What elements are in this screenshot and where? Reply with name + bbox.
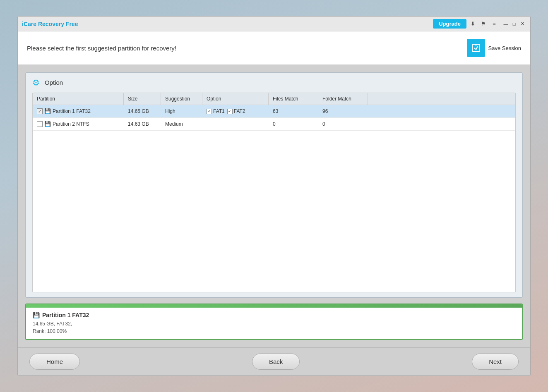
- option-panel: ⚙ Option Partition Size Suggestion Optio…: [25, 72, 523, 298]
- app-window: iCare Recovery Free Upgrade ⬇ ⚑ ≡ — □ ✕ …: [17, 16, 531, 376]
- row2-extra: [368, 118, 515, 130]
- row1-folder-match: 96: [318, 105, 368, 117]
- suggestion-icon: 💾: [33, 312, 40, 318]
- row2-name: Partition 2 NTFS: [53, 121, 89, 127]
- fat1-checkbox[interactable]: FAT1: [207, 108, 225, 114]
- suggestion-name: 💾 Partition 1 FAT32: [33, 312, 515, 318]
- suggestion-details-line2: Rank: 100.00%: [33, 327, 515, 335]
- col-files-match: Files Match: [269, 93, 318, 105]
- row1-size: 14.65 GB: [124, 105, 161, 117]
- title-bar: iCare Recovery Free Upgrade ⬇ ⚑ ≡ — □ ✕: [18, 17, 530, 31]
- row2-folder-match: 0: [318, 118, 368, 130]
- fat2-label: FAT2: [234, 108, 245, 114]
- fat2-cb-box[interactable]: [227, 109, 233, 114]
- option-title: Option: [45, 79, 63, 86]
- row2-suggestion: Medium: [161, 118, 202, 130]
- table-body: 💾 Partition 1 FAT32 14.65 GB High FAT1: [33, 105, 515, 131]
- row1-checkbox[interactable]: [37, 108, 43, 114]
- col-extra: [368, 93, 515, 105]
- suggestion-panel: 💾 Partition 1 FAT32 14.65 GB, FAT32, Ran…: [25, 304, 523, 340]
- suggestion-details-line1: 14.65 GB, FAT32,: [33, 320, 515, 327]
- col-size: Size: [124, 93, 161, 105]
- bottom-bar: Home Back Next: [18, 347, 530, 375]
- suggestion-progress-bar: [26, 304, 522, 308]
- fat1-cb-box[interactable]: [207, 109, 212, 114]
- row2-partition: 💾 Partition 2 NTFS: [33, 118, 124, 130]
- fat2-checkbox[interactable]: FAT2: [227, 108, 245, 114]
- col-folder-match: Folder Match: [318, 93, 368, 105]
- fat1-label: FAT1: [213, 108, 225, 114]
- upgrade-button[interactable]: Upgrade: [433, 19, 466, 29]
- save-session-icon: [467, 39, 485, 57]
- row2-checkbox[interactable]: [37, 121, 43, 127]
- header-section: Please select the first suggested partit…: [18, 31, 530, 65]
- row2-option: [202, 118, 269, 130]
- save-session-button[interactable]: Save Session: [467, 39, 522, 57]
- partition-table: Partition Size Suggestion Option Files M…: [32, 93, 516, 292]
- partition-icon: 💾: [44, 108, 51, 115]
- row1-files-match: 63: [269, 105, 318, 117]
- save-session-label: Save Session: [488, 45, 522, 51]
- window-controls: — □ ✕: [502, 20, 526, 28]
- flag-icon[interactable]: ⚑: [479, 19, 488, 29]
- row2-size: 14.63 GB: [124, 118, 161, 130]
- col-option: Option: [202, 93, 269, 105]
- col-partition: Partition: [33, 93, 124, 105]
- next-button[interactable]: Next: [472, 354, 519, 370]
- menu-icon[interactable]: ≡: [490, 19, 499, 29]
- row1-suggestion: High: [161, 105, 202, 117]
- col-suggestion: Suggestion: [161, 93, 202, 105]
- instruction-text: Please select the first suggested partit…: [27, 45, 176, 52]
- suggestion-details: 14.65 GB, FAT32, Rank: 100.00%: [33, 320, 515, 335]
- partition-icon-2: 💾: [44, 121, 51, 127]
- table-header: Partition Size Suggestion Option Files M…: [33, 93, 515, 105]
- suggestion-content: 💾 Partition 1 FAT32 14.65 GB, FAT32, Ran…: [26, 308, 522, 339]
- content-area: ⚙ Option Partition Size Suggestion Optio…: [18, 65, 530, 347]
- app-title: iCare Recovery Free: [22, 21, 433, 27]
- row1-name: Partition 1 FAT32: [53, 108, 91, 114]
- suggestion-name-text: Partition 1 FAT32: [42, 312, 89, 318]
- row1-partition: 💾 Partition 1 FAT32: [33, 105, 124, 117]
- gear-icon: ⚙: [32, 78, 41, 87]
- close-button[interactable]: ✕: [519, 20, 526, 28]
- option-header: ⚙ Option: [32, 78, 516, 87]
- minimize-button[interactable]: —: [502, 20, 510, 28]
- row1-option: FAT1 FAT2: [202, 105, 269, 117]
- fat-checkbox-group: FAT1 FAT2: [207, 108, 245, 114]
- table-row[interactable]: 💾 Partition 2 NTFS 14.63 GB Medium 0 0: [33, 118, 515, 131]
- back-button[interactable]: Back: [252, 354, 300, 370]
- row1-extra: [368, 105, 515, 117]
- restore-button[interactable]: □: [510, 20, 518, 28]
- download-icon[interactable]: ⬇: [468, 19, 477, 29]
- home-button[interactable]: Home: [29, 354, 80, 370]
- table-row[interactable]: 💾 Partition 1 FAT32 14.65 GB High FAT1: [33, 105, 515, 118]
- title-bar-controls: Upgrade ⬇ ⚑ ≡ — □ ✕: [433, 19, 526, 29]
- row2-files-match: 0: [269, 118, 318, 130]
